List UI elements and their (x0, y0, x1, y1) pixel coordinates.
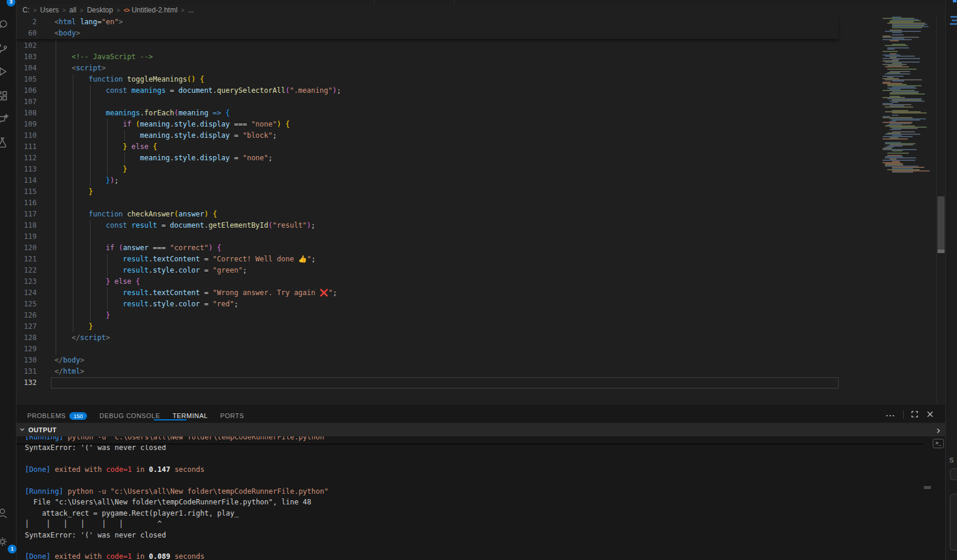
code-line[interactable]: 103 <!-- JavaScript --> (17, 51, 863, 63)
line-number[interactable]: 115 (17, 186, 37, 198)
sticky-line[interactable]: 2<html lang="en"> (17, 17, 863, 28)
editor-scrollbar-thumb[interactable] (937, 196, 945, 250)
line-number[interactable]: 130 (17, 355, 37, 366)
editor-scrollbar[interactable] (937, 16, 945, 404)
line-number[interactable]: 113 (17, 164, 37, 175)
code-line[interactable]: 112 meaning.style.display = "none"; (17, 153, 863, 164)
code-line[interactable]: 119 (17, 231, 863, 242)
line-number[interactable]: 106 (17, 85, 37, 96)
line-number[interactable]: 108 (17, 108, 37, 119)
line-number[interactable]: 117 (17, 209, 37, 220)
code-line[interactable]: 110 meaning.style.display = "block"; (17, 130, 863, 141)
secondary-sidebar-fragment: S (945, 0, 957, 560)
panel-close-button[interactable] (926, 410, 935, 421)
line-number[interactable]: 111 (17, 141, 37, 153)
minimap[interactable] (863, 16, 923, 404)
line-number[interactable]: 126 (17, 310, 37, 321)
settings-gear-icon[interactable] (0, 535, 9, 548)
code-line[interactable]: 104 <script> (17, 63, 863, 74)
run-debug-icon[interactable] (0, 65, 9, 78)
line-number[interactable]: 124 (17, 287, 37, 299)
line-number[interactable]: 105 (17, 74, 37, 85)
code-editor[interactable]: 102103 <!-- JavaScript -->104 <script>10… (17, 16, 945, 404)
code-line[interactable]: 102 (17, 40, 863, 51)
account-icon[interactable] (0, 507, 9, 520)
terminal-line: [Done] exited with code=1 in 0.147 secon… (25, 464, 924, 475)
terminal-line: File "c:\Users\all\New folder\tempCodeRu… (25, 497, 924, 507)
line-number[interactable]: 114 (17, 175, 37, 186)
line-number[interactable]: 132 (17, 377, 37, 389)
code-line[interactable]: 111 } else { (17, 141, 863, 153)
panel-tab-debug-console[interactable]: DEBUG CONSOLE (99, 412, 160, 419)
breadcrumb-item[interactable]: C: (22, 6, 30, 14)
code-line[interactable]: 125 result.style.color = "red"; (17, 299, 863, 310)
line-number[interactable]: 122 (17, 265, 37, 276)
sticky-line[interactable]: 60<body> (17, 28, 863, 39)
breadcrumb-more[interactable]: ... (188, 6, 194, 14)
line-number[interactable]: 129 (17, 344, 37, 355)
line-number[interactable]: 103 (17, 51, 37, 63)
line-number[interactable]: 123 (17, 276, 37, 287)
output-section-header[interactable]: OUTPUT (17, 423, 945, 436)
line-number[interactable]: 119 (17, 231, 37, 242)
line-number[interactable]: 102 (17, 40, 37, 51)
code-line[interactable]: 120 if (answer === "correct") { (17, 242, 863, 254)
terminal-output[interactable]: [Running] python -u c:\Users\all\New fol… (17, 436, 931, 560)
panel-more-actions-button[interactable]: ⋯ (885, 410, 895, 421)
code-line[interactable]: 105 function toggleMeanings() { (17, 74, 863, 85)
code-line[interactable]: 130</body> (17, 355, 863, 366)
code-line[interactable]: 113 } (17, 164, 863, 175)
line-number[interactable]: 112 (17, 153, 37, 164)
minimap-line (885, 73, 910, 75)
code-line[interactable]: 127 } (17, 321, 863, 332)
output-overflow-chevron[interactable] (935, 426, 942, 436)
line-number[interactable]: 125 (17, 299, 37, 310)
code-line[interactable]: 131</html> (17, 366, 863, 377)
line-number[interactable]: 110 (17, 130, 37, 141)
code-line[interactable]: 123 } else { (17, 276, 863, 287)
editor-tab-strip[interactable] (17, 0, 945, 4)
line-number[interactable]: 131 (17, 366, 37, 377)
testing-icon[interactable] (0, 136, 9, 149)
code-line[interactable]: 114 }); (17, 175, 863, 186)
code-line[interactable]: 107 (17, 96, 863, 108)
line-number[interactable]: 116 (17, 198, 37, 209)
line-number[interactable]: 128 (17, 332, 37, 344)
chat-icon[interactable] (0, 113, 9, 126)
terminal-scrollbar-thumb[interactable] (924, 486, 931, 489)
line-number[interactable]: 104 (17, 63, 37, 74)
code-line[interactable]: 106 const meanings = document.querySelec… (17, 85, 863, 96)
code-line[interactable]: 121 result.textContent = "Correct! Well … (17, 254, 863, 265)
code-line[interactable]: 129 (17, 344, 863, 355)
breadcrumb-item[interactable]: Users (40, 6, 59, 14)
code-line[interactable]: 115 } (17, 186, 863, 198)
panel-tab-ports[interactable]: PORTS (220, 412, 244, 419)
code-line[interactable]: 116 (17, 198, 863, 209)
panel-tab-terminal[interactable]: TERMINAL (172, 412, 208, 419)
terminal-tab-icon[interactable]: >_ (933, 439, 944, 448)
line-number[interactable]: 121 (17, 254, 37, 265)
line-number[interactable]: 109 (17, 119, 37, 130)
terminal-line: [Done] exited with code=1 in 0.089 secon… (25, 551, 924, 560)
line-number[interactable]: 107 (17, 96, 37, 108)
code-line[interactable]: 108 meanings.forEach(meaning => { (17, 108, 863, 119)
source-control-icon[interactable] (0, 42, 9, 55)
code-line[interactable]: 128 </script> (17, 332, 863, 344)
code-line[interactable]: 122 result.style.color = "green"; (17, 265, 863, 276)
extensions-icon[interactable] (0, 89, 9, 102)
code-line[interactable]: 126 } (17, 310, 863, 321)
panel-tab-problems[interactable]: PROBLEMS150 (27, 412, 87, 420)
code-line[interactable]: 109 if (meaning.style.display === "none"… (17, 119, 863, 130)
line-number[interactable]: 120 (17, 242, 37, 254)
line-number[interactable]: 127 (17, 321, 37, 332)
code-line[interactable]: 118 const result = document.getElementBy… (17, 220, 863, 231)
panel-maximize-button[interactable] (910, 410, 919, 421)
search-icon[interactable] (0, 18, 9, 31)
breadcrumb-item[interactable]: Desktop (87, 6, 113, 14)
line-number[interactable]: 118 (17, 220, 37, 231)
sticky-scroll[interactable]: 2<html lang="en">60<body> (17, 17, 839, 39)
code-line[interactable]: 124 result.textContent = "Wrong answer. … (17, 287, 863, 299)
breadcrumb-item[interactable]: all (69, 6, 76, 14)
breadcrumb-file[interactable]: Untitled-2.html (131, 6, 177, 14)
code-line[interactable]: 117 function checkAnswer(answer) { (17, 209, 863, 220)
